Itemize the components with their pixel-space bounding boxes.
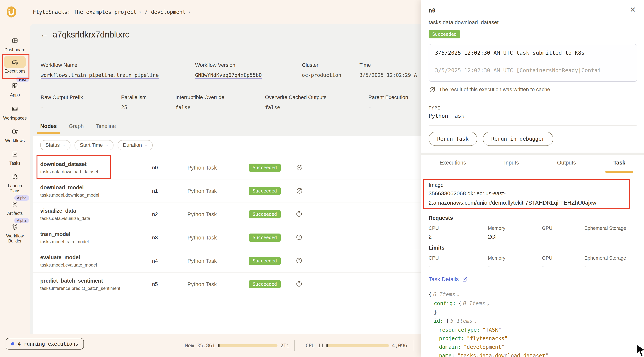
json-root-line[interactable]: {6 Items⌄: [428, 290, 548, 299]
meta-workflow-version: Workflow Version GNBwYNdKvaq67q4xEp55bQ: [195, 62, 262, 78]
active-tab-indicator: [606, 171, 634, 173]
json-brace: {: [446, 318, 449, 324]
node-path: tasks.model.download_model: [40, 192, 152, 198]
gpu-value: -: [542, 233, 544, 240]
node-name: predict_batch_sentiment: [40, 278, 152, 284]
memory-usage-marker: [218, 344, 220, 347]
sidebar-item-apps[interactable]: New Apps: [0, 80, 30, 98]
tab-outputs[interactable]: Outputs: [557, 160, 576, 166]
limits-heading: Limits: [428, 245, 444, 251]
alpha-badge: Alpha: [14, 195, 29, 201]
memory-metric: Mem 35.8Gi 2Ti: [185, 334, 290, 357]
sidebar-item-workflow-builder[interactable]: Alpha Workflow Builder: [0, 221, 30, 244]
json-key: project:: [439, 335, 464, 341]
meta-value: 3/5/2025 12:02:29 A: [360, 72, 419, 78]
meta-label: Raw Output Prefix: [40, 94, 83, 100]
status-badge: Succeeded: [249, 164, 281, 172]
sidebar-item-workflows[interactable]: Workflows: [0, 126, 30, 143]
node-path: tasks.model.train_model: [40, 239, 152, 244]
rerun-in-debugger-button[interactable]: Rerun in debugger: [483, 132, 554, 146]
info-icon[interactable]: [296, 234, 312, 241]
rerun-task-button[interactable]: Rerun Task: [428, 132, 477, 146]
sidebar-item-workspaces[interactable]: Workspaces: [0, 103, 30, 121]
node-id: n2: [152, 211, 188, 217]
json-id-line[interactable]: id:{5 Items⌄: [434, 317, 548, 326]
node-id: n4: [152, 258, 188, 264]
node-path: tasks.data.visualize_data: [40, 216, 152, 221]
start-time-filter[interactable]: Start Time ⌄: [74, 140, 114, 150]
workflow-name-link[interactable]: workflows.train_pipeline.train_pipeline: [40, 72, 159, 78]
cache-icon: [428, 86, 435, 93]
sidebar-item-label: Workspaces: [0, 116, 30, 121]
launch-plans-icon: [4, 171, 26, 183]
node-type: Python Task: [188, 165, 249, 171]
sidebar-item-artifacts[interactable]: Alpha Artifacts: [0, 198, 30, 216]
chevron-down-icon: ⌄: [106, 143, 108, 147]
node-path: tasks.model.evaluate_model: [40, 262, 152, 268]
running-executions-label: 4 running executions: [18, 341, 78, 347]
status-badge: Succeeded: [249, 187, 281, 195]
chevron-down-icon[interactable]: ⌄: [474, 319, 476, 324]
json-brace: {: [428, 291, 432, 297]
chevron-down-icon: ⌄: [62, 143, 66, 147]
external-link-icon: [462, 276, 468, 282]
node-path: tasks.data.download_dataset: [40, 169, 152, 174]
sidebar-item-tasks[interactable]: Tasks: [0, 148, 30, 166]
node-name: visualize_data: [40, 208, 152, 214]
sidebar-item-executions[interactable]: Executions: [0, 56, 30, 74]
cache-icon[interactable]: [296, 187, 312, 195]
gpu-label: GPU: [542, 255, 552, 261]
meta-value: false: [175, 105, 224, 110]
meta-time: Time 3/5/2025 12:02:29 A: [360, 62, 419, 78]
json-config-line[interactable]: config:{0 Items⌄: [434, 299, 548, 308]
node-name: download_model: [40, 184, 152, 191]
union-logo-icon[interactable]: [6, 6, 17, 18]
breadcrumb-domain-label: development: [151, 9, 186, 15]
tab-nodes[interactable]: Nodes: [40, 123, 57, 134]
meta-value: -: [40, 105, 83, 110]
status-filter[interactable]: Status ⌄: [40, 140, 70, 150]
type-label: TYPE: [428, 106, 440, 110]
tab-inputs[interactable]: Inputs: [504, 160, 519, 166]
tasks-icon: [4, 148, 26, 160]
chevron-down-icon[interactable]: ⌄: [486, 301, 489, 306]
back-arrow-icon[interactable]: ←: [40, 30, 48, 39]
duration-filter[interactable]: Duration ⌄: [118, 140, 152, 150]
breadcrumb-project[interactable]: FlyteSnacks: The examples project ▾: [33, 9, 141, 15]
node-type: Python Task: [188, 211, 249, 217]
tab-executions[interactable]: Executions: [440, 160, 466, 166]
sidebar-item-launch-plans[interactable]: Launch Plans: [0, 171, 30, 193]
cpu-value: -: [428, 263, 430, 270]
log-box[interactable]: 3/5/2025 12:02:30 AM UTC task submitted …: [428, 44, 637, 82]
cache-icon[interactable]: [296, 164, 312, 172]
task-details-link[interactable]: Task Details: [428, 276, 468, 282]
status-divider: [294, 340, 295, 351]
close-icon[interactable]: ✕: [630, 6, 636, 14]
workflow-version-link[interactable]: GNBwYNdKvaq67q4xEp55bQ: [195, 72, 262, 78]
info-icon[interactable]: [296, 280, 312, 288]
cache-note: The result of this execution was written…: [439, 87, 552, 93]
divider: [428, 125, 636, 126]
json-value: "flytesnacks": [467, 335, 508, 341]
sidebar-item-dashboard[interactable]: Dashboard: [0, 35, 30, 53]
requests-heading: Requests: [428, 215, 453, 221]
node-type: Python Task: [188, 188, 249, 194]
breadcrumb-domain[interactable]: development ▾: [151, 9, 190, 15]
info-icon[interactable]: [296, 210, 312, 218]
node-id: n3: [152, 235, 188, 241]
chevron-down-icon[interactable]: ⌄: [457, 292, 459, 297]
ephemeral-storage-label: Ephemeral Storage: [584, 225, 626, 231]
sidebar-item-label: Apps: [0, 93, 30, 98]
status-badge: Succeeded: [249, 257, 281, 265]
json-brace: {: [458, 300, 462, 306]
breadcrumb-separator: /: [144, 9, 148, 15]
json-project-line: project:"flytesnacks": [439, 334, 548, 343]
info-icon[interactable]: [296, 257, 312, 265]
json-resource-type-line: resourceType:"TASK": [439, 326, 548, 334]
node-type: Python Task: [188, 235, 249, 241]
tab-timeline[interactable]: Timeline: [96, 123, 116, 134]
running-executions-pill[interactable]: 4 running executions: [6, 338, 84, 349]
tab-graph[interactable]: Graph: [69, 123, 84, 134]
meta-cluster: Cluster oc-production: [302, 62, 341, 78]
tab-task[interactable]: Task: [614, 160, 625, 166]
